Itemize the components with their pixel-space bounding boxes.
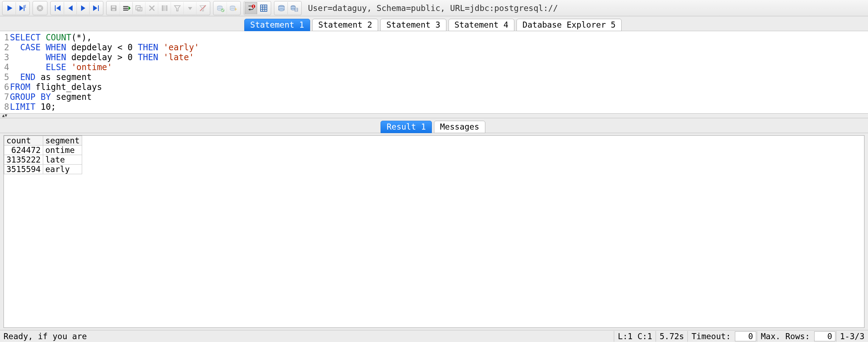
db-browser-button[interactable] <box>275 2 288 14</box>
svg-marker-11 <box>93 5 97 11</box>
commit-button[interactable] <box>214 2 227 14</box>
auto-commit-warning-button[interactable] <box>245 2 257 14</box>
column-header[interactable]: count <box>4 136 43 146</box>
svg-marker-0 <box>7 5 12 11</box>
svg-marker-28 <box>188 7 192 10</box>
filter-button[interactable] <box>171 2 184 14</box>
tab-statement-1[interactable]: Statement 1 <box>244 19 310 31</box>
svg-rect-17 <box>123 8 128 9</box>
tx-group <box>213 1 241 15</box>
select-columns-button[interactable] <box>158 2 171 14</box>
result-grid[interactable]: countsegment624472ontime3135222late35155… <box>4 135 864 328</box>
clear-filter-button[interactable] <box>196 2 209 14</box>
svg-rect-25 <box>164 5 166 11</box>
svg-marker-9 <box>68 5 73 11</box>
svg-point-37 <box>230 8 235 11</box>
svg-text:I: I <box>24 5 26 8</box>
svg-rect-42 <box>253 7 254 8</box>
svg-marker-1 <box>19 5 23 11</box>
delete-row-button[interactable] <box>145 2 158 14</box>
next-button[interactable] <box>77 2 90 14</box>
svg-rect-24 <box>162 5 164 11</box>
svg-point-53 <box>291 8 295 10</box>
code-line[interactable]: CASE WHEN depdelay < 0 THEN 'early' <box>10 42 199 52</box>
table-row[interactable]: 3515594early <box>4 165 82 174</box>
last-button[interactable] <box>90 2 102 14</box>
tab-statement-4[interactable]: Statement 4 <box>449 19 514 31</box>
column-header[interactable]: segment <box>43 136 82 146</box>
svg-marker-39 <box>248 8 250 11</box>
execute-button[interactable] <box>3 2 16 14</box>
cell[interactable]: ontime <box>43 146 82 155</box>
line-number: 1 <box>3 33 10 42</box>
statusbar: Ready, if you are L:1 C:1 5.72s Timeout:… <box>0 330 868 342</box>
svg-rect-16 <box>123 6 128 7</box>
db-explorer-button[interactable] <box>288 2 301 14</box>
svg-rect-12 <box>98 5 99 11</box>
code-line[interactable]: SELECT COUNT(*), <box>10 33 92 42</box>
splitter-handle[interactable]: ▲▼ <box>0 114 868 118</box>
line-number: 8 <box>3 102 10 112</box>
svg-rect-15 <box>112 9 115 11</box>
code-line[interactable]: GROUP BY segment <box>10 92 92 102</box>
tab-result-1[interactable]: Result 1 <box>381 121 432 133</box>
svg-rect-14 <box>112 6 115 8</box>
cell[interactable]: early <box>43 165 82 174</box>
svg-marker-10 <box>81 5 85 11</box>
svg-marker-8 <box>56 5 61 11</box>
cell[interactable]: 3135222 <box>4 155 43 165</box>
run-group: I <box>2 1 30 15</box>
code-line[interactable]: END as segment <box>10 72 92 82</box>
svg-rect-43 <box>261 5 267 11</box>
misc-group <box>244 1 271 15</box>
code-line[interactable]: ELSE 'ontime' <box>10 62 112 72</box>
status-row-range: 1-3/3 <box>836 331 868 342</box>
connection-string: User=dataguy, Schema=public, URL=jdbc:po… <box>308 4 558 13</box>
save-button[interactable] <box>107 2 120 14</box>
code-line[interactable]: FROM flight_delays <box>10 82 102 92</box>
first-button[interactable] <box>51 2 64 14</box>
execute-to-cursor-button[interactable]: I <box>16 2 29 14</box>
svg-point-50 <box>279 9 284 11</box>
table-row[interactable]: 624472ontime <box>4 146 82 155</box>
cell[interactable]: late <box>43 155 82 165</box>
insert-row-button[interactable] <box>120 2 133 14</box>
nav-group <box>50 1 103 15</box>
stop-button[interactable] <box>34 2 46 14</box>
status-message: Ready, if you are <box>0 331 614 342</box>
prev-button[interactable] <box>64 2 77 14</box>
line-number: 3 <box>3 52 10 62</box>
toolbar: I <box>0 0 868 16</box>
results-area: Result 1Messages countsegment624472ontim… <box>0 118 868 330</box>
tab-statement-5[interactable]: Database Explorer 5 <box>516 19 622 31</box>
tab-statement-3[interactable]: Statement 3 <box>380 19 446 31</box>
svg-rect-18 <box>123 10 128 11</box>
status-timeout-value[interactable]: 0 <box>735 331 756 341</box>
line-number: 6 <box>3 82 10 92</box>
tab-result-2[interactable]: Messages <box>434 121 485 133</box>
tab-statement-2[interactable]: Statement 2 <box>312 19 378 31</box>
code-line[interactable]: WHEN depdelay > 0 THEN 'late' <box>10 52 194 62</box>
edit-group <box>106 1 210 15</box>
sql-editor[interactable]: 1SELECT COUNT(*),2 CASE WHEN depdelay < … <box>0 31 868 114</box>
code-line[interactable]: LIMIT 10; <box>10 102 56 112</box>
rollback-button[interactable] <box>227 2 240 14</box>
line-number: 7 <box>3 92 10 102</box>
table-row[interactable]: 3135222late <box>4 155 82 165</box>
status-cursor: L:1 C:1 <box>614 331 656 342</box>
statement-tabstrip: Statement 1Statement 2Statement 3Stateme… <box>0 16 868 31</box>
show-grid-button[interactable] <box>257 2 270 14</box>
svg-line-30 <box>200 5 206 11</box>
duplicate-row-button[interactable] <box>133 2 145 14</box>
result-tabstrip: Result 1Messages <box>0 118 868 133</box>
cell[interactable]: 624472 <box>4 146 43 155</box>
filter-dropdown-button[interactable] <box>184 2 196 14</box>
svg-marker-27 <box>175 6 180 11</box>
cell[interactable]: 3515594 <box>4 165 43 174</box>
svg-rect-7 <box>55 5 56 11</box>
status-elapsed: 5.72s <box>656 331 687 342</box>
status-maxrows-value[interactable]: 0 <box>814 331 835 341</box>
stop-group <box>33 1 47 15</box>
line-number: 2 <box>3 42 10 52</box>
svg-rect-26 <box>166 5 167 11</box>
